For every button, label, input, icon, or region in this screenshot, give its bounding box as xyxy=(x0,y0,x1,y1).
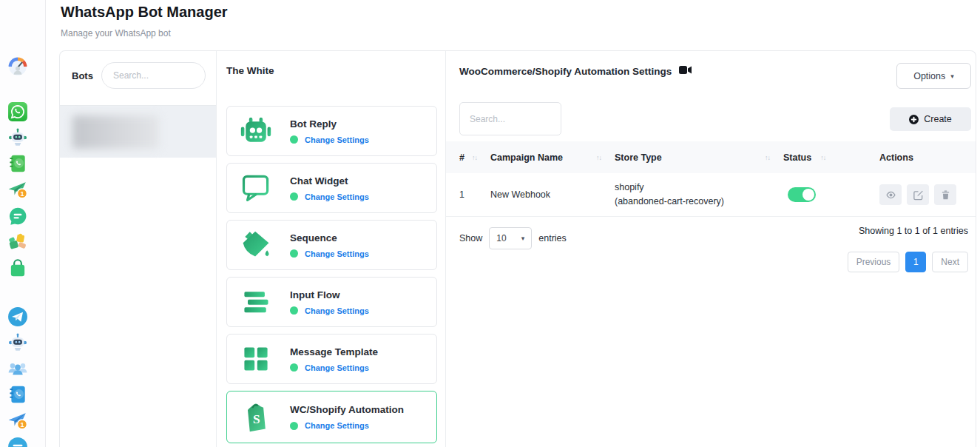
menu-card-input-flow[interactable]: Input Flow Change Settings xyxy=(226,277,437,327)
bot-list-item-selected[interactable] xyxy=(60,105,216,158)
panel-title: WooCommerce/Shopify Automation Settings xyxy=(459,66,672,77)
menu-card-title: Input Flow xyxy=(290,289,369,300)
team-group-blue-icon[interactable] xyxy=(7,358,28,379)
status-dot xyxy=(290,306,298,315)
edit-icon xyxy=(913,189,924,201)
page-size-select[interactable]: 10 ▾ xyxy=(489,227,532,249)
menu-card-bot-reply[interactable]: Bot Reply Change Settings xyxy=(226,106,437,156)
page-size-value: 10 xyxy=(496,233,506,243)
next-page-button[interactable]: Next xyxy=(932,252,968,272)
contacts-book-blue-icon[interactable] xyxy=(7,384,28,405)
change-settings-link[interactable]: Change Settings xyxy=(305,249,369,258)
row-index-cell: 1 xyxy=(459,189,490,200)
view-button[interactable] xyxy=(879,184,902,205)
page-subtitle: Manage your WhatsApp bot xyxy=(61,28,171,38)
bots-panel: Bots xyxy=(60,51,217,447)
column-header-campaign-name[interactable]: Campaign Name ↑↓ xyxy=(490,152,615,163)
menu-card-title: WC/Shopify Automation xyxy=(290,404,404,415)
create-button[interactable]: Create xyxy=(890,107,971,131)
table-search-input[interactable] xyxy=(459,102,561,135)
delete-button[interactable] xyxy=(934,184,956,205)
options-button[interactable]: Options ▾ xyxy=(896,63,971,89)
campaign-send-blue-icon[interactable]: 1 xyxy=(7,410,28,431)
chat-widget-icon xyxy=(240,172,272,204)
integration-puzzle-icon[interactable] xyxy=(7,232,28,252)
chat-message-green-icon[interactable] xyxy=(7,206,28,226)
sort-icon: ↑↓ xyxy=(820,154,825,161)
menu-card-sequence[interactable]: Sequence Change Settings xyxy=(226,220,437,270)
chevron-down-icon: ▾ xyxy=(521,235,525,242)
status-cell xyxy=(783,187,879,202)
status-dot xyxy=(290,135,298,144)
column-header-status[interactable]: Status ↑↓ xyxy=(783,152,879,163)
sequence-icon xyxy=(240,229,272,261)
trash-icon xyxy=(940,189,951,201)
page-size-control: Show 10 ▾ entries xyxy=(459,227,567,249)
sort-icon: ↑↓ xyxy=(596,154,601,161)
pagination: Previous 1 Next xyxy=(848,252,968,272)
entries-label: entries xyxy=(538,233,567,243)
bot-reply-icon xyxy=(240,115,272,147)
shopify-icon: S xyxy=(240,401,272,434)
menu-card-message-template[interactable]: Message Template Change Settings xyxy=(226,334,437,384)
sort-icon: ↑↓ xyxy=(765,154,770,161)
main-card: Bots The White xyxy=(59,50,976,447)
column-header-index[interactable]: # ↑↓ xyxy=(459,152,490,163)
bot-name-redacted xyxy=(72,115,159,149)
entries-summary: Showing 1 to 1 of 1 entries xyxy=(859,226,968,236)
status-dot xyxy=(290,192,298,201)
campaign-send-green-icon[interactable]: 1 xyxy=(7,179,28,200)
chevron-down-icon: ▾ xyxy=(950,73,954,80)
show-label: Show xyxy=(459,233,482,243)
bot-name-title: The White xyxy=(226,65,274,76)
menu-card-title: Bot Reply xyxy=(290,118,369,130)
message-template-icon xyxy=(240,343,272,375)
app-sidebar: 1 xyxy=(0,0,46,447)
whatsapp-bot-manager-page: 1 xyxy=(0,0,980,447)
create-button-label: Create xyxy=(924,114,952,124)
table-row: 1 New Webhook shopify (abandoned-cart-re… xyxy=(446,173,976,217)
video-tutorial-icon[interactable] xyxy=(679,65,692,77)
change-settings-link[interactable]: Change Settings xyxy=(305,363,369,372)
campaign-name-cell: New Webhook xyxy=(490,189,615,200)
chatbot-green-icon[interactable] xyxy=(7,127,28,148)
change-settings-link[interactable]: Change Settings xyxy=(305,192,369,201)
menu-card-chat-widget[interactable]: Chat Widget Change Settings xyxy=(226,163,437,213)
status-toggle[interactable] xyxy=(788,187,816,202)
store-bag-green-icon[interactable] xyxy=(7,258,28,278)
contacts-book-green-icon[interactable] xyxy=(7,153,28,174)
previous-page-button[interactable]: Previous xyxy=(848,252,900,272)
eye-icon xyxy=(885,189,896,201)
store-type-cell: shopify (abandoned-cart-recovery) xyxy=(615,181,783,209)
change-settings-link[interactable]: Change Settings xyxy=(305,306,369,315)
menu-card-title: Chat Widget xyxy=(290,175,369,186)
svg-text:1: 1 xyxy=(20,190,24,198)
menu-card-wc-shopify-automation[interactable]: S WC/Shopify Automation Change Settings xyxy=(226,391,437,443)
svg-text:1: 1 xyxy=(20,421,24,428)
whatsapp-icon[interactable] xyxy=(7,101,28,122)
automation-settings-panel: WooCommerce/Shopify Automation Settings … xyxy=(446,51,976,447)
edit-button[interactable] xyxy=(907,184,929,205)
column-header-actions: Actions xyxy=(879,152,976,163)
input-flow-icon xyxy=(240,286,272,318)
svg-text:S: S xyxy=(253,411,260,426)
status-dot xyxy=(290,363,298,372)
bot-menu-panel: The White Bot xyxy=(217,51,446,447)
change-settings-link[interactable]: Change Settings xyxy=(305,135,369,144)
actions-cell xyxy=(879,184,976,205)
chatbot-blue-icon[interactable] xyxy=(7,332,28,353)
page-1-button[interactable]: 1 xyxy=(905,252,926,272)
dashboard-gauge-icon[interactable] xyxy=(7,56,28,77)
table-header: # ↑↓ Campaign Name ↑↓ Store Type ↑↓ Stat… xyxy=(446,141,976,173)
telegram-icon[interactable] xyxy=(7,306,28,327)
column-header-store-type[interactable]: Store Type ↑↓ xyxy=(615,152,783,163)
change-settings-link[interactable]: Change Settings xyxy=(305,421,369,430)
chat-circle-blue-icon[interactable] xyxy=(7,437,28,447)
bots-label: Bots xyxy=(72,70,93,81)
panel-title-row: WooCommerce/Shopify Automation Settings xyxy=(459,65,692,77)
bots-search-input[interactable] xyxy=(101,62,206,89)
page-title: WhatsApp Bot Manager xyxy=(61,4,228,21)
plus-circle-icon xyxy=(909,115,919,124)
status-dot xyxy=(290,422,298,430)
menu-card-title: Message Template xyxy=(290,346,378,357)
